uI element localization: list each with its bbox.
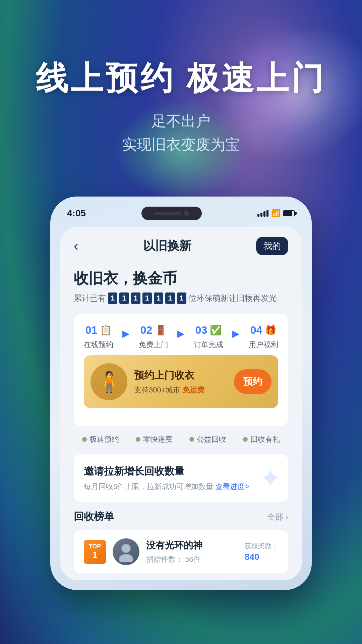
leaderboard-header: 回收榜单 全部 ›	[74, 510, 288, 524]
reward-value: 840	[245, 552, 278, 562]
counter-digit-4: 1	[142, 292, 152, 304]
banner-main-text: 预约上门收衣	[134, 369, 227, 382]
status-time: 4:05	[67, 208, 86, 219]
banner-text-area: 预约上门收衣 支持300+城市 免运费	[134, 369, 227, 395]
step-4: 04 🎁 用户福利	[249, 324, 278, 350]
invite-section: 邀请拉新增长回收数量 每月回收5件上限，拉新成功可增加数量 查看进度> ✦	[74, 454, 288, 502]
invite-desc-text: 每月回收5件上限，拉新成功可增加数量	[84, 482, 213, 491]
tag-3-dot	[189, 437, 194, 442]
rank-number: 1	[88, 550, 101, 560]
invite-graphic-icon: ✦	[259, 463, 282, 494]
counter-digit-7: 1	[177, 292, 186, 304]
step-4-icon: 🎁	[265, 325, 277, 336]
hero-subtitle: 足不出户 实现旧衣变废为宝	[27, 109, 335, 157]
step-3-icon: ✅	[210, 325, 222, 336]
hero-title: 线上预约 极速上门	[27, 60, 335, 96]
user-name-1: 没有光环的神	[146, 539, 238, 552]
step-arrow-1: ▶	[122, 328, 130, 339]
tag-1-dot	[82, 437, 87, 442]
banner-sub-prefix: 支持300+城市	[134, 386, 180, 394]
donations-label: 捐赠件数：	[146, 555, 183, 564]
step-3: 03 ✅ 订单完成	[194, 324, 223, 350]
wifi-icon: 📶	[271, 209, 280, 218]
counter-prefix: 累计已有	[74, 293, 106, 304]
steps-row: 01 📋 在线预约 ▶ 02 🚪	[84, 324, 278, 350]
tag-4-label: 回收有礼	[250, 434, 280, 444]
svg-point-2	[122, 544, 130, 552]
user-info-1: 没有光环的神 捐赠件数： 56件	[146, 539, 238, 565]
hero-subtitle-line2: 实现旧衣变废为宝	[122, 136, 240, 153]
user-avatar-1	[113, 538, 139, 565]
step-arrow-2: ▶	[177, 328, 185, 339]
step-3-num: 03	[195, 324, 207, 336]
status-bar: 4:05 📶	[60, 207, 302, 227]
book-button[interactable]: 预约	[234, 369, 272, 394]
step-3-label: 订单完成	[194, 340, 223, 350]
app-header: ‹ 以旧换新 我的	[60, 227, 302, 262]
user-reward-1: 获取奖励： 840	[245, 541, 278, 562]
reward-label: 获取奖励：	[245, 541, 278, 550]
banner-highlight: 免运费	[182, 386, 204, 394]
booking-banner: 🧍 预约上门收衣 支持300+城市 免运费 预约	[84, 355, 278, 408]
my-button[interactable]: 我的	[256, 237, 288, 255]
counter-digit-1: 1	[108, 292, 117, 304]
step-2-label: 免费上门	[139, 340, 168, 350]
step-arrow-3: ▶	[232, 328, 240, 339]
section-main-title: 收旧衣，换金币	[74, 269, 288, 288]
step-1-label: 在线预约	[84, 340, 113, 350]
step-4-num: 04	[250, 324, 262, 336]
step-2-icon: 🚪	[155, 325, 167, 336]
banner-character-icon: 🧍	[90, 363, 127, 400]
phone-notch	[141, 207, 202, 220]
app-body: 收旧衣，换金币 累计已有 1 1 1 1 1 1 1 位环保萌新让旧物再发光	[60, 262, 302, 580]
page-content: 线上预约 极速上门 足不出户 实现旧衣变废为宝 4:05 📶	[0, 0, 362, 644]
counter-suffix: 位环保萌新让旧物再发光	[188, 293, 277, 304]
tag-4: 回收有礼	[243, 434, 280, 444]
tag-1: 极速预约	[82, 434, 119, 444]
tag-3: 公益回收	[189, 434, 226, 444]
invite-desc: 每月回收5件上限，拉新成功可增加数量 查看进度>	[84, 482, 278, 492]
phone-container: 4:05 📶 ‹	[0, 197, 362, 590]
counter-digit-2: 1	[119, 292, 129, 304]
app-page-title: 以旧换新	[143, 238, 191, 254]
leaderboard-section: 回收榜单 全部 › TOP 1	[74, 510, 288, 573]
counter-digit-3: 1	[131, 292, 140, 304]
leaderboard-all-link[interactable]: 全部 ›	[267, 512, 288, 522]
step-1-num: 01	[85, 324, 98, 336]
step-4-label: 用户福利	[249, 340, 278, 350]
counter-row: 累计已有 1 1 1 1 1 1 1 位环保萌新让旧物再发光	[74, 292, 288, 304]
back-button[interactable]: ‹	[74, 238, 78, 254]
invite-progress-link[interactable]: 查看进度>	[215, 482, 249, 491]
app-screen: ‹ 以旧换新 我的 收旧衣，换金币 累计已有 1 1 1 1 1	[60, 227, 302, 580]
invite-title: 邀请拉新增长回收数量	[84, 465, 278, 478]
tags-row: 极速预约 零快递费 公益回收 回收有礼	[74, 434, 288, 444]
battery-icon	[283, 210, 295, 216]
hero-section: 线上预约 极速上门 足不出户 实现旧衣变废为宝	[0, 0, 362, 176]
counter-digit-5: 1	[154, 292, 163, 304]
step-1: 01 📋 在线预约	[84, 324, 113, 350]
hero-subtitle-line1: 足不出户	[152, 113, 210, 129]
tag-2-dot	[136, 437, 140, 442]
step-1-icon: 📋	[100, 325, 112, 336]
tag-4-dot	[243, 437, 248, 442]
notch-pill	[154, 212, 181, 215]
counter-digit-6: 1	[165, 292, 175, 304]
rank-top-text: TOP	[88, 543, 101, 550]
rank-badge-1: TOP 1	[84, 540, 106, 564]
tag-1-label: 极速预约	[89, 434, 119, 444]
donations-value: 56件	[185, 555, 200, 564]
leaderboard-title: 回收榜单	[74, 510, 114, 524]
tag-2-label: 零快递费	[143, 434, 173, 444]
user-stats-1: 捐赠件数： 56件	[146, 554, 238, 565]
leaderboard-item-1: TOP 1	[74, 530, 288, 573]
step-2-num: 02	[140, 324, 153, 336]
signal-icon	[257, 210, 268, 217]
notch-dot	[184, 211, 189, 216]
steps-card: 01 📋 在线预约 ▶ 02 🚪	[74, 314, 288, 426]
step-2: 02 🚪 免费上门	[139, 324, 168, 350]
status-icons: 📶	[257, 209, 295, 218]
banner-sub-text: 支持300+城市 免运费	[134, 385, 227, 395]
tag-2: 零快递费	[136, 434, 173, 444]
tag-3-label: 公益回收	[197, 434, 226, 444]
phone-mockup: 4:05 📶 ‹	[50, 197, 312, 590]
